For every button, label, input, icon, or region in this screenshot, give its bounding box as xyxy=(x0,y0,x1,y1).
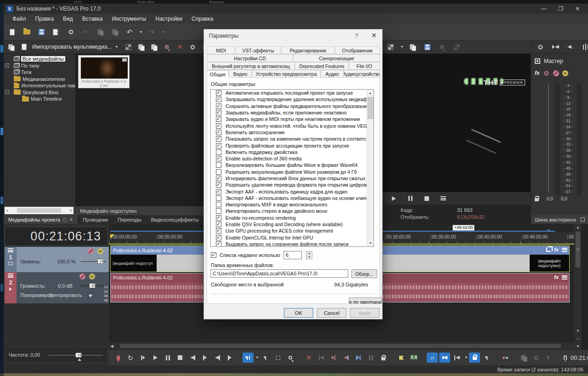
scroll-left-icon[interactable]: < xyxy=(6,208,8,213)
checkbox[interactable] xyxy=(216,123,221,129)
stop-icon[interactable] xyxy=(175,353,186,363)
new-bin-icon[interactable] xyxy=(6,42,17,52)
checkbox[interactable] xyxy=(216,90,221,96)
tab-general[interactable]: Общие xyxy=(207,70,229,78)
checkbox[interactable] xyxy=(216,176,221,181)
option-row[interactable]: Визуализировать большие файлы Wave в фор… xyxy=(211,162,373,168)
menu-insert[interactable]: Вставка xyxy=(78,15,107,23)
scrollbar-thumb[interactable] xyxy=(17,208,61,213)
option-row[interactable]: Включить автосохранение xyxy=(211,129,373,136)
checkbox[interactable] xyxy=(216,228,221,234)
tab-display[interactable]: Отображение xyxy=(335,46,380,54)
track-mute-icon[interactable] xyxy=(88,248,94,254)
preview-pause-icon[interactable] xyxy=(405,194,416,204)
dock-float-icon[interactable]: ▢ xyxy=(63,217,67,222)
next-frame-icon[interactable] xyxy=(224,353,235,363)
zoom-out-icon[interactable]: − xyxy=(577,336,579,342)
checkbox[interactable] xyxy=(216,136,221,142)
mixer-settings-gear-icon[interactable] xyxy=(535,42,546,52)
dock-float-icon[interactable] xyxy=(581,217,585,222)
scroll-down-icon[interactable]: ▼ xyxy=(576,344,580,348)
dialog-close-button[interactable]: ✕ xyxy=(371,32,377,39)
close-button[interactable]: ✕ xyxy=(575,6,580,12)
preview-play-icon[interactable] xyxy=(388,194,399,204)
checkbox[interactable] xyxy=(216,110,221,115)
checkbox[interactable] xyxy=(216,208,221,214)
menu-tools[interactable]: Инструменты xyxy=(107,15,150,23)
record-preview-icon[interactable] xyxy=(451,42,462,52)
pan-crop-icon[interactable] xyxy=(546,247,551,252)
menu-edit[interactable]: Правка xyxy=(31,15,58,23)
tab-file-io[interactable]: File I/O xyxy=(349,62,380,70)
checkbox[interactable] xyxy=(216,222,221,227)
checkbox[interactable] xyxy=(216,162,221,168)
record-icon[interactable] xyxy=(113,353,124,363)
edit-tool-dropdown-caret[interactable] xyxy=(256,357,259,359)
option-row[interactable]: Экспорт AAF - использовать единицу кадра… xyxy=(211,188,373,194)
new-project-icon[interactable] xyxy=(6,27,17,37)
tab-explorer[interactable]: Проводник xyxy=(78,215,113,224)
normal-edit-tool-icon[interactable] xyxy=(243,353,254,363)
prev-frame-icon[interactable] xyxy=(212,353,223,363)
fade-icon[interactable] xyxy=(340,353,351,363)
zoom-tool-icon[interactable] xyxy=(285,353,296,363)
dialog-titlebar[interactable]: Параметры ? ✕ xyxy=(204,29,382,42)
capture-video-icon[interactable] xyxy=(136,42,147,52)
track-solo-icon[interactable]: S! xyxy=(97,248,103,254)
minimize-button[interactable]: — xyxy=(541,6,546,12)
fx-icon[interactable]: fx xyxy=(535,70,540,76)
apply-button[interactable]: Apply xyxy=(350,308,379,318)
general-options-list[interactable]: Автоматически открывать последний проект… xyxy=(210,89,374,247)
project-properties-gear-icon[interactable] xyxy=(65,27,76,37)
tab-project-media[interactable]: Медиафайлы проекта ▢ ✕ xyxy=(4,215,78,224)
browse-button[interactable]: Обзор... xyxy=(351,269,377,278)
extract-audio-cd-icon[interactable] xyxy=(161,42,172,52)
import-media-icon[interactable] xyxy=(18,42,29,52)
external-monitor-icon[interactable] xyxy=(436,42,447,52)
checkbox[interactable] xyxy=(216,182,221,188)
mixing-console-icon[interactable] xyxy=(518,353,529,363)
open-project-icon[interactable] xyxy=(21,27,32,37)
slip-trim-icon[interactable] xyxy=(481,353,492,363)
checkbox[interactable] xyxy=(216,116,221,122)
option-row[interactable]: Закрывать аудио и MIDI порты при неактив… xyxy=(211,116,373,122)
timeline-horizontal-scrollbar[interactable]: ◀ xyxy=(109,342,574,349)
option-row[interactable]: Автоматически открывать последний проект… xyxy=(211,90,373,96)
redo-dropdown-caret[interactable] xyxy=(162,31,164,33)
recent-files-checkbox[interactable] xyxy=(211,252,216,258)
play-icon[interactable] xyxy=(150,353,161,363)
track-solo-icon[interactable]: S! xyxy=(89,273,95,279)
scrub-slider[interactable] xyxy=(49,355,103,356)
event-menu-icon[interactable] xyxy=(562,275,567,279)
option-row[interactable]: Включить поддержку джойстика xyxy=(211,149,373,155)
undo-dropdown-caret[interactable] xyxy=(140,31,142,33)
tab-audio[interactable]: Аудио xyxy=(321,70,344,78)
pause-icon[interactable] xyxy=(162,353,173,363)
option-row[interactable]: Проверять файловые ассоциации проекта пр… xyxy=(211,142,373,148)
preview-checker-icon[interactable] xyxy=(123,42,134,52)
expand-plus-icon[interactable]: + xyxy=(5,63,9,68)
tree-item-storyboard-bins[interactable]: − Storyboard Bins xyxy=(4,89,75,96)
menu-view[interactable]: Вид xyxy=(59,15,77,23)
scroll-left-icon[interactable]: ◀ xyxy=(110,344,113,348)
scrollbar-thumb[interactable] xyxy=(368,97,373,119)
automation-gear-icon[interactable] xyxy=(543,68,550,78)
recent-count-input[interactable]: 6 xyxy=(283,251,302,259)
tab-sync[interactable]: Синхронизация xyxy=(293,54,380,62)
dock-close-icon[interactable]: ✕ xyxy=(69,217,73,222)
mute-icon[interactable] xyxy=(553,70,559,76)
track1-number-strip[interactable]: 1 xyxy=(5,247,17,272)
tree-item-main-timeline[interactable]: Main Timeline xyxy=(4,96,75,103)
level-slider[interactable] xyxy=(81,261,106,262)
menu-options[interactable]: Настройки xyxy=(151,15,187,23)
tab-video[interactable]: Видео xyxy=(229,70,252,78)
checkbox[interactable] xyxy=(216,169,221,175)
tree-item-media-drives[interactable]: Медианакопители xyxy=(4,76,75,83)
maximize-button[interactable]: ❐ xyxy=(558,6,563,12)
loop-playback-icon[interactable]: ↻ xyxy=(125,353,136,363)
timeline-vertical-scrollbar[interactable]: ▲ = + − ▼ xyxy=(574,224,582,349)
remove-media-icon[interactable]: ✕ xyxy=(174,42,185,52)
option-row[interactable]: Сохранять активные файлы предварительног… xyxy=(211,103,373,109)
option-row[interactable]: Enable QSV Encoding and Decoding (where … xyxy=(211,221,373,228)
option-row[interactable]: Экспорт AAF - использовать огибающую ауд… xyxy=(211,195,373,201)
